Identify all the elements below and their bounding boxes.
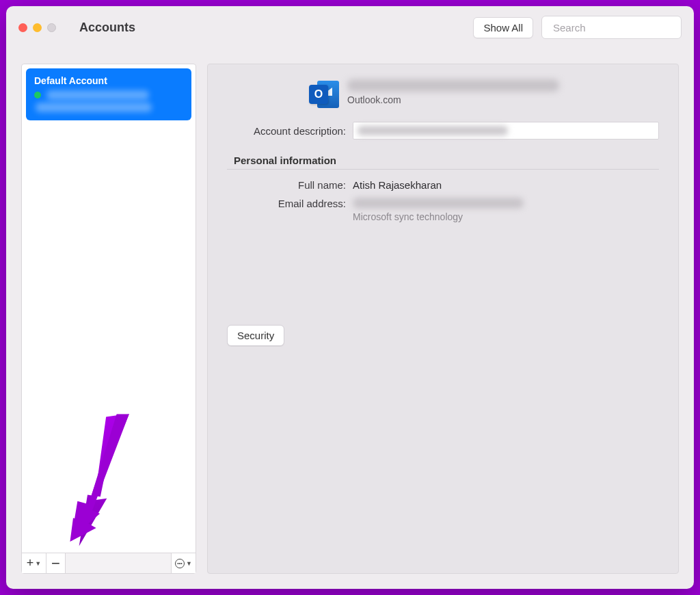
account-list-item[interactable]: Default Account bbox=[26, 68, 191, 120]
minimize-window-button[interactable] bbox=[33, 23, 42, 32]
chevron-down-icon: ▼ bbox=[35, 560, 41, 567]
account-description-input[interactable] bbox=[353, 122, 659, 140]
account-header: O Outlook.com bbox=[309, 79, 659, 109]
accounts-sidebar: Default Account + ▼ − •• bbox=[21, 64, 196, 574]
status-dot-icon bbox=[34, 92, 41, 98]
email-address-value-group: Microsoft sync technology bbox=[353, 198, 524, 222]
email-address-value-redacted bbox=[353, 198, 524, 209]
window-controls bbox=[18, 23, 56, 32]
sync-technology-label: Microsoft sync technology bbox=[353, 211, 524, 222]
full-name-row: Full name: Atish Rajasekharan bbox=[227, 179, 659, 191]
account-description-label: Account description: bbox=[227, 125, 346, 137]
sidebar-footer: + ▼ − ••• ▼ bbox=[22, 553, 196, 573]
account-item-title: Default Account bbox=[34, 75, 183, 86]
email-address-row: Email address: Microsoft sync technology bbox=[227, 198, 659, 222]
search-box[interactable] bbox=[541, 16, 682, 39]
titlebar-right: Show All bbox=[473, 16, 682, 39]
security-button[interactable]: Security bbox=[227, 325, 284, 346]
personal-info-section-title: Personal information bbox=[227, 150, 659, 170]
minus-icon: − bbox=[51, 556, 60, 571]
accounts-window: Accounts Show All Default Account bbox=[6, 6, 694, 589]
account-description-value-redacted bbox=[358, 126, 508, 135]
account-form: Account description: Personal informatio… bbox=[227, 122, 659, 222]
account-detail-panel: O Outlook.com Account description: Perso… bbox=[207, 64, 679, 574]
account-provider-label: Outlook.com bbox=[347, 94, 559, 105]
show-all-button[interactable]: Show All bbox=[473, 17, 533, 38]
remove-account-button[interactable]: − bbox=[46, 553, 66, 573]
accounts-list: Default Account bbox=[22, 64, 196, 553]
full-name-value: Atish Rajasekharan bbox=[353, 179, 442, 191]
outlook-icon: O bbox=[309, 79, 339, 109]
close-window-button[interactable] bbox=[18, 23, 27, 32]
chevron-down-icon: ▼ bbox=[186, 560, 192, 567]
search-input[interactable] bbox=[553, 22, 683, 34]
plus-icon: + bbox=[27, 556, 34, 570]
add-account-button[interactable]: + ▼ bbox=[22, 553, 46, 573]
ellipsis-icon: ••• bbox=[175, 559, 185, 568]
more-actions-button[interactable]: ••• ▼ bbox=[171, 553, 196, 573]
account-item-detail-redacted bbox=[36, 103, 152, 112]
zoom-window-button[interactable] bbox=[47, 23, 56, 32]
account-description-row: Account description: bbox=[227, 122, 659, 140]
email-address-label: Email address: bbox=[227, 198, 346, 209]
account-item-row bbox=[34, 90, 183, 100]
account-email-redacted bbox=[347, 79, 559, 92]
full-name-label: Full name: bbox=[227, 179, 346, 191]
content-area: Default Account + ▼ − •• bbox=[6, 49, 694, 589]
titlebar: Accounts Show All bbox=[6, 6, 694, 49]
footer-spacer bbox=[66, 553, 171, 573]
account-item-email-redacted bbox=[46, 90, 149, 100]
window-title: Accounts bbox=[79, 21, 135, 35]
